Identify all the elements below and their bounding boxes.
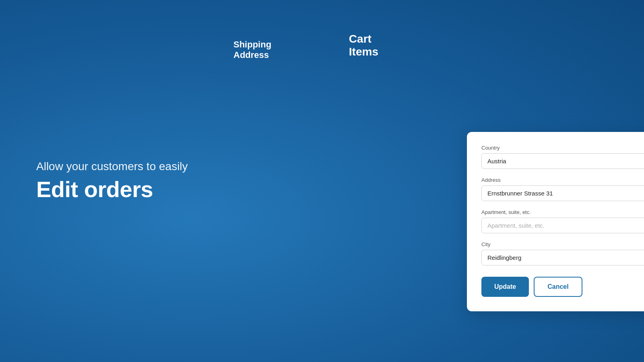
address-field-group: Address [481,177,644,201]
cart-section-title: Cart Items [349,33,378,58]
hero-subtitle: Allow your customers to easily [36,160,188,173]
country-field-group: Country [481,145,644,169]
address-label: Address [481,177,644,183]
address-input[interactable] [481,185,644,201]
city-label: City [481,241,644,247]
city-field-group: City [481,241,644,265]
shipping-buttons: Update Cancel [481,277,644,297]
page-wrapper: Allow your customers to easily Edit orde… [0,0,644,362]
shipping-cancel-button[interactable]: Cancel [534,277,582,297]
hero-section: Allow your customers to easily Edit orde… [36,160,188,202]
city-input[interactable] [481,250,644,265]
hero-title: Edit orders [36,176,188,202]
apartment-input[interactable] [481,218,644,233]
shipping-card: Country Address Apartment, suite, etc. C… [467,132,644,311]
country-input[interactable] [481,153,644,169]
shipping-update-button[interactable]: Update [481,277,529,297]
country-label: Country [481,145,644,151]
apartment-field-group: Apartment, suite, etc. [481,209,644,233]
shipping-section-title: Shipping Address [233,39,271,60]
apartment-label: Apartment, suite, etc. [481,209,644,215]
